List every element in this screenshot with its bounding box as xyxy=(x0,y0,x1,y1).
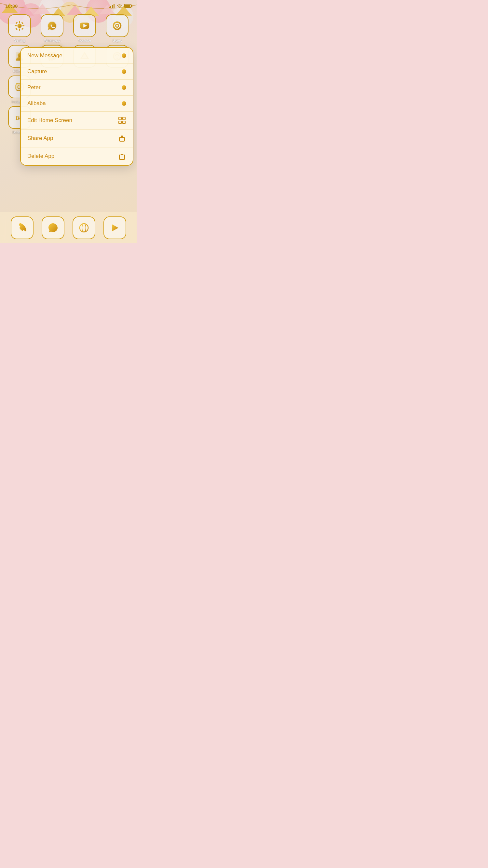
svg-rect-35 xyxy=(119,121,121,124)
battery-fill xyxy=(125,5,130,7)
context-dot-peter xyxy=(122,85,126,90)
svg-rect-33 xyxy=(119,117,121,120)
context-item-alibaba[interactable]: Alibaba xyxy=(21,96,133,112)
signal-bars-icon xyxy=(109,4,115,8)
dock-playstore[interactable] xyxy=(103,216,126,239)
context-item-edit-home-screen[interactable]: Edit Home Screen xyxy=(21,112,133,129)
grid-icon xyxy=(118,116,126,125)
dock xyxy=(0,212,137,243)
status-bar: 10:30 xyxy=(0,0,137,12)
signal-bar-2 xyxy=(110,6,111,8)
context-item-share-app[interactable]: Share App xyxy=(21,129,133,148)
status-icons xyxy=(109,4,131,8)
context-label-edit-home-screen: Edit Home Screen xyxy=(27,117,72,124)
context-item-peter[interactable]: Peter xyxy=(21,80,133,96)
signal-bar-1 xyxy=(109,7,110,8)
dock-messages[interactable] xyxy=(42,216,64,239)
trash-icon xyxy=(118,152,126,160)
dock-browser[interactable] xyxy=(72,216,95,239)
globe-icon xyxy=(78,222,90,234)
context-label-peter: Peter xyxy=(27,84,41,91)
signal-bar-3 xyxy=(112,5,113,8)
context-menu: New Message Capture Peter Alibaba Edit H… xyxy=(20,47,133,166)
share-icon xyxy=(118,134,126,143)
svg-rect-34 xyxy=(123,117,125,120)
play-icon xyxy=(109,222,121,234)
battery-icon xyxy=(124,4,131,8)
context-item-new-message[interactable]: New Message xyxy=(21,48,133,64)
phone-icon xyxy=(16,222,28,234)
context-label-new-message: New Message xyxy=(27,53,62,59)
signal-bar-4 xyxy=(113,4,115,8)
chat-icon xyxy=(47,222,59,234)
wifi-icon xyxy=(117,4,122,8)
status-time: 10:30 xyxy=(5,3,18,9)
dock-phone[interactable] xyxy=(11,216,33,239)
context-label-capture: Capture xyxy=(27,68,47,75)
context-dot-alibaba xyxy=(122,101,126,106)
context-dot-new-message xyxy=(122,53,126,58)
context-item-delete-app[interactable]: Delete App xyxy=(21,148,133,165)
home-screen: Setting xyxy=(0,0,137,243)
context-dot-capture xyxy=(122,69,126,74)
context-item-capture[interactable]: Capture xyxy=(21,64,133,80)
svg-marker-49 xyxy=(112,224,119,231)
context-label-share-app: Share App xyxy=(27,135,53,142)
context-label-alibaba: Alibaba xyxy=(27,100,46,107)
context-label-delete-app: Delete App xyxy=(27,153,54,159)
svg-rect-36 xyxy=(123,121,125,124)
